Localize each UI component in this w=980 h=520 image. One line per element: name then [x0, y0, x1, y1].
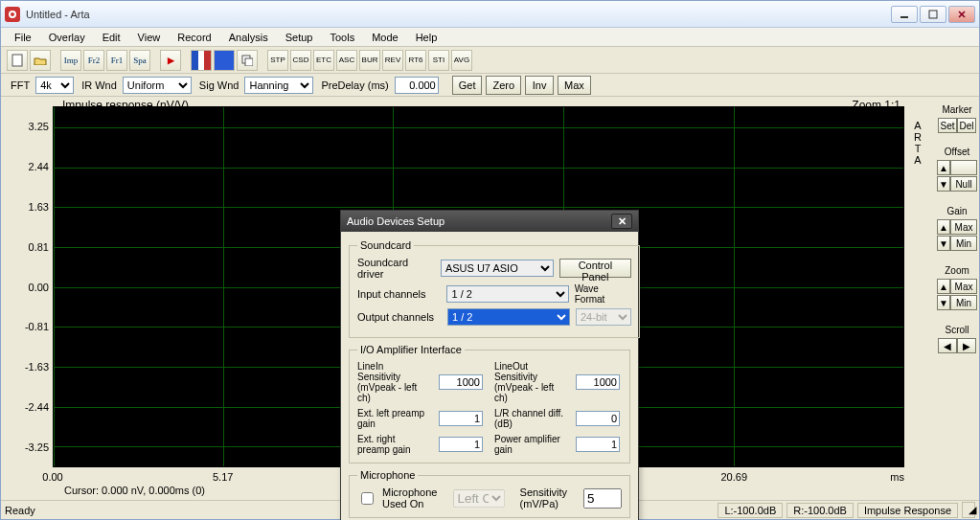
- menu-tools[interactable]: Tools: [322, 30, 362, 45]
- gain-min-button[interactable]: Min: [950, 236, 977, 251]
- sigwnd-select[interactable]: Hanning: [244, 77, 313, 94]
- mic-used-checkbox[interactable]: [361, 492, 374, 505]
- bw-icon[interactable]: [214, 50, 235, 71]
- lineout-input[interactable]: [576, 374, 620, 390]
- open-icon[interactable]: [30, 50, 51, 71]
- linein-input[interactable]: [439, 374, 483, 390]
- menu-setup[interactable]: Setup: [278, 30, 321, 45]
- dialog-title: Audio Devices Setup: [347, 215, 444, 227]
- menu-view[interactable]: View: [130, 30, 169, 45]
- ext-right-input[interactable]: [439, 437, 483, 452]
- record-icon[interactable]: ▶: [160, 50, 181, 71]
- microphone-group: Microphone Microphone Used On Left Ch Se…: [349, 469, 630, 518]
- lr-diff-input[interactable]: [576, 411, 620, 426]
- fr1-button[interactable]: Fr1: [106, 50, 127, 71]
- gain-max-button[interactable]: Max: [950, 219, 977, 235]
- microphone-legend: Microphone: [357, 469, 418, 481]
- rev-icon[interactable]: REV: [382, 50, 403, 71]
- zoom-up-button[interactable]: ▲: [937, 279, 950, 294]
- control-panel-button[interactable]: Control Panel: [559, 259, 631, 278]
- dialog-body: Soundcard Soundcard driver ASUS U7 ASIO …: [341, 232, 638, 520]
- copy-icon[interactable]: [237, 50, 258, 71]
- gain-label: Gain: [946, 206, 967, 216]
- offset-up-button[interactable]: ▲: [937, 160, 950, 175]
- main-area: Impulse response (nV/V) Zoom 1:1 ARTA ms…: [1, 97, 979, 500]
- close-button[interactable]: [948, 6, 975, 23]
- menu-analysis[interactable]: Analysis: [221, 30, 276, 45]
- color-icon[interactable]: [191, 50, 212, 71]
- stp-icon[interactable]: STP: [267, 50, 288, 71]
- mic-sens-input[interactable]: [583, 488, 622, 509]
- window-title: Untitled - Arta: [26, 9, 889, 20]
- menu-edit[interactable]: Edit: [95, 30, 128, 45]
- menu-overlay[interactable]: Overlay: [41, 30, 93, 45]
- bur-icon[interactable]: BUR: [359, 50, 380, 71]
- marker-set-button[interactable]: Set: [938, 118, 957, 133]
- svg-rect-6: [245, 58, 253, 66]
- ext-right-label: Ext. right preamp gain: [357, 434, 429, 455]
- zoom-max-button[interactable]: Max: [950, 279, 977, 294]
- menu-record[interactable]: Record: [170, 30, 218, 45]
- fr2-button[interactable]: Fr2: [83, 50, 104, 71]
- rt6-icon[interactable]: RT6: [405, 50, 426, 71]
- input-channels-select[interactable]: 1 / 2: [446, 285, 568, 303]
- menu-file[interactable]: File: [7, 30, 39, 45]
- output-channels-label: Output channels: [357, 311, 442, 323]
- offset-label: Offset: [945, 147, 970, 157]
- driver-select[interactable]: ASUS U7 ASIO: [441, 260, 554, 277]
- power-amp-input[interactable]: [576, 437, 620, 452]
- zero-button[interactable]: Zero: [486, 76, 521, 95]
- maximize-button[interactable]: [920, 6, 946, 23]
- predelay-input[interactable]: [395, 77, 439, 94]
- scroll-left-button[interactable]: ◀: [938, 338, 957, 353]
- gain-down-button[interactable]: ▼: [937, 236, 950, 251]
- csd-icon[interactable]: CSD: [290, 50, 311, 71]
- menu-mode[interactable]: Mode: [364, 30, 406, 45]
- zoom-min-button[interactable]: Min: [950, 295, 977, 310]
- avg-icon[interactable]: AVG: [451, 50, 472, 71]
- toolbar-params: FFT 4k IR Wnd Uniform Sig Wnd Hanning Pr…: [1, 74, 979, 97]
- toolbar-main: Imp Fr2 Fr1 Spa ▶ STP CSD ETC ASC BUR RE…: [1, 47, 979, 74]
- gain-up-button[interactable]: ▲: [937, 219, 950, 235]
- ext-left-input[interactable]: [439, 411, 483, 426]
- max-button[interactable]: Max: [558, 76, 591, 95]
- minimize-button[interactable]: [891, 6, 918, 23]
- menubar: File Overlay Edit View Record Analysis S…: [1, 28, 979, 47]
- new-icon[interactable]: [7, 50, 28, 71]
- resize-grip-icon[interactable]: ◢: [962, 502, 975, 518]
- inv-button[interactable]: Inv: [525, 76, 554, 95]
- lineout-label: LineOut Sensitivity (mVpeak - left ch): [494, 361, 566, 403]
- wave-format-label: Wave Format: [575, 283, 631, 305]
- fft-label: FFT: [11, 79, 30, 91]
- menu-help[interactable]: Help: [408, 30, 445, 45]
- arta-label: ARTA: [914, 120, 922, 166]
- power-amp-label: Power amplifier gain: [494, 434, 566, 455]
- soundcard-legend: Soundcard: [357, 239, 414, 251]
- mic-used-label: Microphone Used On: [382, 486, 447, 509]
- status-ready: Ready: [5, 505, 35, 516]
- marker-del-button[interactable]: Del: [957, 118, 976, 133]
- asc-icon[interactable]: ASC: [336, 50, 357, 71]
- etc-icon[interactable]: ETC: [313, 50, 334, 71]
- null-button[interactable]: Null: [950, 176, 977, 192]
- driver-label: Soundcard driver: [357, 257, 435, 280]
- linein-label: LineIn Sensitivity (mVpeak - left ch): [357, 361, 429, 403]
- output-channels-select[interactable]: 1 / 2: [447, 308, 570, 326]
- svg-rect-1: [929, 11, 937, 18]
- imp-button[interactable]: Imp: [60, 50, 81, 71]
- input-channels-label: Input channels: [357, 288, 441, 300]
- fft-select[interactable]: 4k: [35, 77, 74, 94]
- spa-button[interactable]: Spa: [129, 50, 150, 71]
- mic-channel-select[interactable]: Left Ch: [453, 489, 505, 508]
- scroll-right-button[interactable]: ▶: [957, 338, 976, 353]
- get-button[interactable]: Get: [452, 76, 483, 95]
- irwnd-label: IR Wnd: [81, 79, 117, 91]
- sti-icon[interactable]: STI: [428, 50, 449, 71]
- offset-down-button[interactable]: ▼: [937, 176, 950, 192]
- dialog-close-button[interactable]: ✕: [611, 214, 632, 229]
- soundcard-group: Soundcard Soundcard driver ASUS U7 ASIO …: [349, 239, 640, 338]
- zoom-down-button[interactable]: ▼: [937, 295, 950, 310]
- irwnd-select[interactable]: Uniform: [123, 77, 192, 94]
- dialog-titlebar[interactable]: Audio Devices Setup ✕: [341, 211, 638, 232]
- wave-format-select[interactable]: 24-bit: [576, 308, 631, 326]
